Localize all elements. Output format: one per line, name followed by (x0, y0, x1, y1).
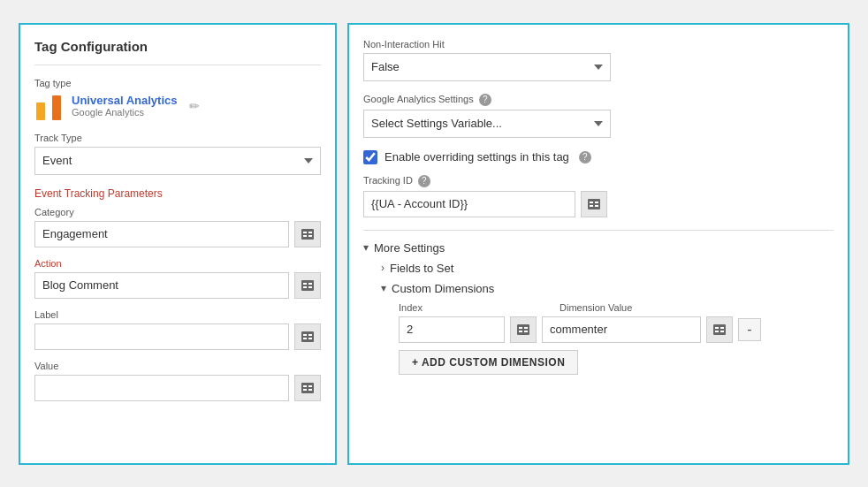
svg-rect-1 (303, 232, 307, 233)
ga-settings-label: Google Analytics Settings ? (363, 94, 834, 106)
label-label: Label (34, 309, 321, 320)
category-label: Category (34, 207, 321, 217)
svg-rect-17 (303, 389, 307, 391)
svg-rect-28 (524, 327, 528, 329)
edit-icon[interactable]: ✏ (189, 99, 200, 113)
non-interaction-select[interactable]: False True (363, 53, 611, 81)
enable-override-help-icon[interactable]: ? (579, 151, 591, 164)
add-dimension-button[interactable]: + ADD CUSTOM DIMENSION (399, 350, 578, 375)
track-type-label: Track Type (34, 133, 321, 143)
ga-icon-bar-right (52, 95, 61, 120)
left-panel: Tag Configuration Tag type Universal Ana… (19, 23, 337, 465)
variable-icon (301, 228, 315, 240)
dim-value-variable-btn-1[interactable] (706, 316, 733, 343)
dim-remove-btn-1[interactable]: - (738, 318, 761, 341)
svg-rect-7 (303, 286, 307, 288)
non-interaction-section: Non-Interaction Hit False True (363, 39, 834, 81)
svg-rect-5 (301, 280, 314, 291)
enable-override-row: Enable overriding settings in this tag ? (363, 150, 834, 164)
ga-settings-select[interactable]: Select Settings Variable... (363, 110, 611, 138)
action-label: Action (34, 258, 321, 269)
svg-rect-32 (715, 331, 719, 332)
tracking-id-label-text: Tracking ID (363, 175, 413, 186)
dim-index-input-1[interactable] (399, 316, 505, 343)
custom-dimensions-row[interactable]: ▾ Custom Dimensions (381, 282, 834, 295)
svg-rect-30 (713, 324, 726, 335)
action-variable-btn[interactable] (294, 272, 321, 299)
tracking-id-variable-btn[interactable] (581, 191, 607, 217)
tracking-id-label: Tracking ID ? (363, 175, 834, 187)
svg-rect-9 (308, 286, 312, 288)
tag-type-label: Tag type (34, 78, 321, 88)
svg-rect-11 (303, 334, 307, 336)
tag-type-row: Universal Analytics Google Analytics ✏ (34, 92, 321, 120)
more-settings-content: › Fields to Set ▾ Custom Dimensions Inde… (381, 262, 834, 375)
more-settings-label: More Settings (374, 241, 445, 255)
variable-icon-7 (712, 323, 727, 336)
svg-rect-33 (720, 327, 724, 329)
fields-to-set-label: Fields to Set (390, 262, 453, 275)
custom-dimensions-label: Custom Dimensions (392, 282, 494, 295)
svg-rect-26 (519, 327, 522, 329)
tracking-id-input[interactable] (363, 191, 575, 217)
svg-rect-27 (519, 331, 522, 332)
svg-rect-14 (308, 338, 312, 339)
ga-icon (34, 92, 63, 120)
svg-rect-34 (720, 331, 724, 332)
track-type-row: Event Pageview Transaction Social Timing (34, 147, 321, 175)
track-type-select[interactable]: Event Pageview Transaction Social Timing (34, 147, 321, 175)
category-row (34, 221, 321, 247)
tracking-id-section: Tracking ID ? (363, 175, 834, 217)
ga-settings-label-text: Google Analytics Settings (363, 94, 474, 104)
tracking-id-help-icon[interactable]: ? (418, 175, 430, 187)
svg-rect-24 (595, 205, 598, 207)
value-input[interactable] (34, 375, 289, 401)
custom-dimensions-chevron-icon: ▾ (381, 282, 386, 294)
svg-rect-0 (301, 229, 314, 240)
more-settings-chevron-icon: ▾ (363, 241, 369, 254)
value-variable-btn[interactable] (294, 375, 321, 401)
svg-rect-16 (303, 385, 307, 387)
ga-settings-section: Google Analytics Settings ? Select Setti… (363, 94, 834, 138)
tracking-id-row (363, 191, 834, 217)
index-col-label: Index (399, 302, 514, 313)
non-interaction-label: Non-Interaction Hit (363, 39, 834, 49)
svg-rect-18 (308, 385, 312, 387)
svg-rect-29 (524, 331, 528, 332)
category-variable-btn[interactable] (294, 221, 321, 247)
label-input[interactable] (34, 323, 289, 350)
dim-value-input-1[interactable] (542, 316, 701, 343)
svg-rect-10 (301, 331, 314, 342)
more-settings-row[interactable]: ▾ More Settings (363, 241, 834, 255)
enable-override-label: Enable overriding settings in this tag (385, 150, 569, 164)
svg-rect-13 (308, 334, 312, 336)
custom-dim-headers: Index Dimension Value (399, 302, 834, 313)
svg-rect-3 (308, 232, 312, 233)
svg-rect-19 (308, 389, 312, 391)
custom-dim-row-1: - (399, 316, 834, 343)
label-row (34, 323, 321, 350)
fields-to-set-chevron-icon: › (381, 262, 385, 274)
svg-rect-8 (308, 283, 312, 285)
event-params-label: Event Tracking Parameters (34, 187, 321, 200)
svg-rect-2 (303, 235, 307, 237)
svg-rect-15 (301, 383, 314, 393)
svg-rect-12 (303, 338, 307, 339)
svg-rect-23 (595, 202, 598, 203)
tag-name: Universal Analytics (72, 94, 177, 107)
label-variable-btn[interactable] (294, 323, 321, 350)
action-row (34, 272, 321, 299)
value-label: Value (34, 361, 321, 371)
ga-settings-help-icon[interactable]: ? (479, 94, 491, 106)
panel-title: Tag Configuration (34, 39, 321, 54)
svg-rect-25 (517, 324, 529, 335)
svg-rect-22 (590, 205, 593, 207)
category-input[interactable] (34, 221, 289, 247)
dim-index-variable-btn-1[interactable] (510, 316, 537, 343)
tag-info: Universal Analytics Google Analytics (72, 94, 177, 118)
variable-icon-3 (301, 331, 315, 343)
fields-to-set-row[interactable]: › Fields to Set (381, 262, 834, 275)
enable-override-checkbox[interactable] (363, 150, 377, 164)
action-input[interactable] (34, 272, 289, 299)
spacer (521, 302, 552, 313)
